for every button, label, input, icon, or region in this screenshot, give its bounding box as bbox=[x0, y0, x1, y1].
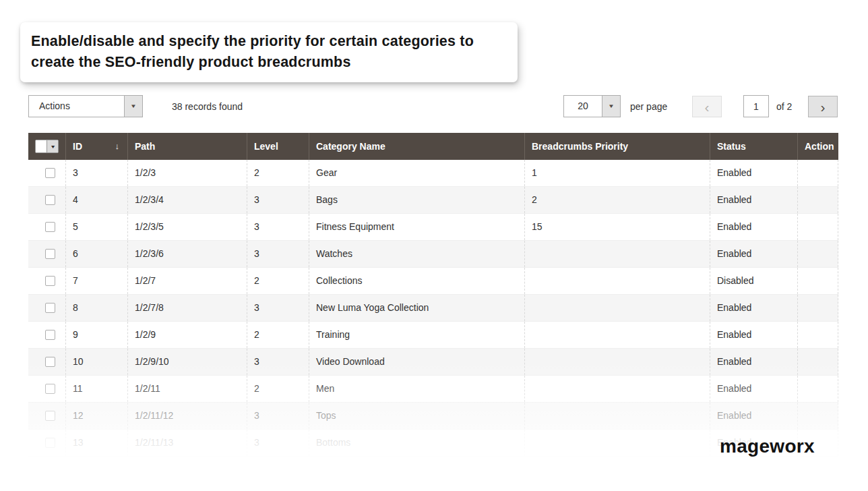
cell-status: Enabled bbox=[710, 376, 797, 402]
cell-id: 6 bbox=[65, 241, 127, 267]
select-all-checkbox[interactable] bbox=[36, 140, 46, 152]
cell-priority bbox=[524, 322, 710, 348]
cell-path: 1/2/7/8 bbox=[127, 295, 247, 321]
cell-priority bbox=[524, 430, 710, 456]
row-checkbox-cell bbox=[28, 295, 65, 321]
previous-page-button[interactable]: ‹ bbox=[692, 96, 722, 117]
row-checkbox[interactable] bbox=[45, 222, 55, 232]
row-checkbox[interactable] bbox=[45, 276, 55, 286]
cell-id: 13 bbox=[65, 430, 127, 456]
cell-name: Tops bbox=[309, 403, 524, 429]
cell-priority bbox=[524, 295, 710, 321]
row-checkbox-cell bbox=[28, 187, 65, 213]
cell-priority bbox=[524, 376, 710, 402]
cell-path: 1/2/3 bbox=[127, 160, 247, 186]
cell-action bbox=[797, 403, 838, 429]
row-checkbox-cell bbox=[28, 160, 65, 186]
table-row: 31/2/32Gear1Enabled bbox=[28, 160, 838, 187]
column-header-status[interactable]: Status bbox=[710, 133, 797, 160]
column-header-name[interactable]: Category Name bbox=[309, 133, 524, 160]
page-number-input[interactable] bbox=[743, 95, 769, 117]
row-checkbox[interactable] bbox=[45, 411, 55, 421]
column-label: Level bbox=[254, 141, 278, 152]
row-checkbox[interactable] bbox=[45, 249, 55, 259]
cell-action bbox=[797, 295, 838, 321]
cell-id: 5 bbox=[65, 214, 127, 240]
row-checkbox[interactable] bbox=[45, 330, 55, 340]
cell-level: 3 bbox=[247, 349, 309, 375]
row-checkbox[interactable] bbox=[45, 438, 55, 448]
row-checkbox-cell bbox=[28, 268, 65, 294]
row-checkbox-cell bbox=[28, 376, 65, 402]
column-label: Status bbox=[717, 141, 746, 152]
cell-action bbox=[797, 241, 838, 267]
select-all-dropdown[interactable]: ▼ bbox=[35, 140, 59, 153]
records-found-text: 38 records found bbox=[172, 101, 243, 112]
table-row: 51/2/3/53Fitness Equipment15Enabled bbox=[28, 214, 838, 241]
table-row: 111/2/112MenEnabled bbox=[28, 376, 838, 403]
cell-status: Enabled bbox=[710, 322, 797, 348]
next-page-button[interactable]: › bbox=[808, 96, 838, 117]
row-checkbox-cell bbox=[28, 430, 65, 456]
cell-name: Gear bbox=[309, 160, 524, 186]
column-label: Action bbox=[805, 141, 834, 152]
per-page-value: 20 bbox=[564, 96, 602, 117]
per-page-dropdown[interactable]: 20 ▼ bbox=[563, 95, 621, 117]
cell-action bbox=[797, 268, 838, 294]
cell-name: Men bbox=[309, 376, 524, 402]
table-row: 101/2/9/103Video DownloadEnabled bbox=[28, 349, 838, 376]
table-row: 131/2/11/133BottomsEnabled bbox=[28, 430, 838, 457]
cell-action bbox=[797, 322, 838, 348]
cell-level: 3 bbox=[247, 295, 309, 321]
cell-id: 4 bbox=[65, 187, 127, 213]
cell-path: 1/2/9 bbox=[127, 322, 247, 348]
column-header-path[interactable]: Path bbox=[127, 133, 247, 160]
cell-level: 3 bbox=[247, 187, 309, 213]
column-header-level[interactable]: Level bbox=[247, 133, 309, 160]
row-checkbox-cell bbox=[28, 403, 65, 429]
cell-status: Enabled bbox=[710, 187, 797, 213]
categories-grid: ▼ ID↓PathLevelCategory NameBreadcrumbs P… bbox=[28, 133, 838, 457]
chevron-down-icon: ▼ bbox=[124, 96, 142, 117]
chevron-down-icon: ▼ bbox=[46, 140, 58, 152]
cell-status: Enabled bbox=[710, 403, 797, 429]
row-checkbox-cell bbox=[28, 214, 65, 240]
table-row: 61/2/3/63WatchesEnabled bbox=[28, 241, 838, 268]
column-header-action[interactable]: Action bbox=[797, 133, 838, 160]
cell-name: Training bbox=[309, 322, 524, 348]
cell-priority: 1 bbox=[524, 160, 710, 186]
cell-priority bbox=[524, 403, 710, 429]
row-checkbox[interactable] bbox=[45, 357, 55, 367]
cell-action bbox=[797, 187, 838, 213]
column-label: Breadcrumbs Priority bbox=[532, 141, 628, 152]
cell-action bbox=[797, 376, 838, 402]
cell-level: 3 bbox=[247, 430, 309, 456]
cell-status: Enabled bbox=[710, 160, 797, 186]
cell-priority: 15 bbox=[524, 214, 710, 240]
cell-priority: 2 bbox=[524, 187, 710, 213]
row-checkbox[interactable] bbox=[45, 303, 55, 313]
row-checkbox[interactable] bbox=[45, 384, 55, 394]
sort-desc-icon: ↓ bbox=[115, 133, 120, 160]
column-header-priority[interactable]: Breadcrumbs Priority bbox=[524, 133, 710, 160]
cell-status: Enabled bbox=[710, 214, 797, 240]
cell-priority bbox=[524, 241, 710, 267]
chevron-right-icon: › bbox=[821, 100, 826, 114]
cell-status: Disabled bbox=[710, 268, 797, 294]
cell-name: Bottoms bbox=[309, 430, 524, 456]
cell-path: 1/2/11 bbox=[127, 376, 247, 402]
cell-level: 2 bbox=[247, 160, 309, 186]
cell-priority bbox=[524, 349, 710, 375]
cell-name: Watches bbox=[309, 241, 524, 267]
row-checkbox[interactable] bbox=[45, 168, 55, 178]
cell-path: 1/2/11/13 bbox=[127, 430, 247, 456]
cell-path: 1/2/3/6 bbox=[127, 241, 247, 267]
cell-level: 3 bbox=[247, 241, 309, 267]
cell-name: Video Download bbox=[309, 349, 524, 375]
mageworx-logo: mageworx bbox=[720, 436, 815, 457]
row-checkbox[interactable] bbox=[45, 195, 55, 205]
column-header-id[interactable]: ID↓ bbox=[65, 133, 127, 160]
cell-status: Enabled bbox=[710, 349, 797, 375]
actions-dropdown[interactable]: Actions ▼ bbox=[28, 95, 143, 117]
cell-id: 7 bbox=[65, 268, 127, 294]
